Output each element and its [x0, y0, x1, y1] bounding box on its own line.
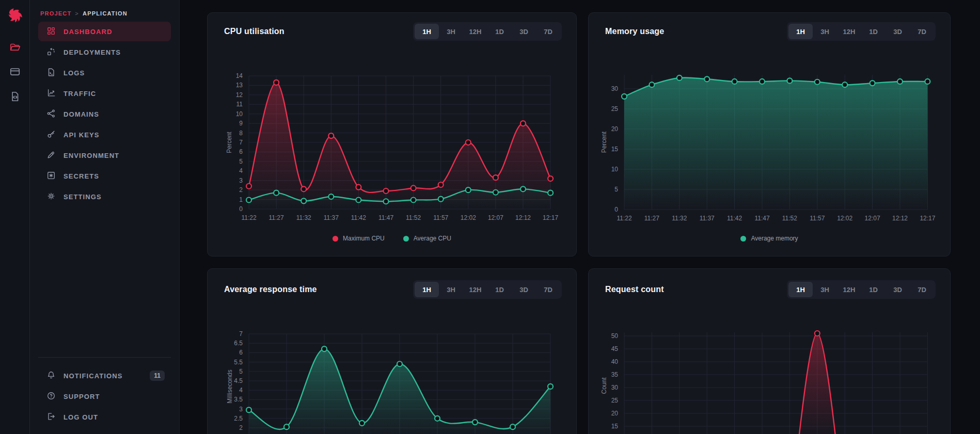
time-range-7d[interactable]: 7D: [910, 282, 934, 297]
time-range-3d[interactable]: 3D: [886, 282, 910, 297]
time-range-12h[interactable]: 12H: [837, 282, 861, 297]
svg-text:5: 5: [239, 158, 243, 165]
time-range-1h[interactable]: 1H: [415, 282, 439, 297]
time-range-1d[interactable]: 1D: [487, 24, 512, 39]
time-range-1h[interactable]: 1H: [415, 24, 439, 39]
time-range-7d[interactable]: 7D: [910, 24, 934, 39]
sidebar-item-secrets[interactable]: SECRETS: [38, 166, 171, 186]
time-range-12h[interactable]: 12H: [463, 24, 487, 39]
deployments-icon: [46, 47, 56, 58]
time-range-3h[interactable]: 3H: [813, 282, 837, 297]
gear-icon: [46, 191, 56, 202]
svg-text:45: 45: [611, 345, 619, 352]
time-range-7d[interactable]: 7D: [536, 24, 560, 39]
breadcrumb-project[interactable]: PROJECT: [40, 10, 71, 17]
chart-legend: Average memory: [589, 235, 950, 242]
time-range-3h[interactable]: 3H: [813, 24, 837, 39]
sidebar-item-domains[interactable]: DOMAINS: [38, 104, 171, 124]
svg-text:6: 6: [239, 148, 243, 155]
icon-rail: [0, 0, 30, 434]
svg-text:11:52: 11:52: [406, 214, 421, 221]
breadcrumb-application[interactable]: APPLICATION: [83, 10, 128, 17]
file-code-icon[interactable]: [9, 91, 21, 102]
sidebar-item-label: DOMAINS: [64, 110, 99, 118]
legend-dot-average-cpu: [403, 236, 409, 242]
svg-text:1: 1: [239, 196, 243, 203]
sidebar-item-dashboard[interactable]: DASHBOARD: [38, 22, 171, 41]
svg-text:Count: Count: [600, 377, 608, 394]
svg-text:10: 10: [236, 110, 243, 118]
average-response-time-card: Average response time 1H 3H 12H 1D 3D 7D…: [207, 268, 577, 434]
time-range-1d[interactable]: 1D: [487, 282, 512, 297]
svg-text:3: 3: [239, 406, 243, 413]
question-circle-icon: [46, 391, 56, 402]
legend-dot-maximum-cpu: [333, 236, 338, 242]
sidebar-item-traffic[interactable]: TRAFFIC: [38, 84, 171, 103]
legend-label: Average CPU: [414, 235, 451, 242]
key-icon: [46, 130, 56, 140]
request-count-card: Request count 1H 3H 12H 1D 3D 7D 1520253…: [588, 268, 951, 434]
chart-legend: Maximum CPU Average CPU: [208, 235, 576, 242]
sidebar-item-settings[interactable]: SETTINGS: [38, 187, 171, 206]
time-range-1h[interactable]: 1H: [788, 282, 813, 297]
sidebar-item-label: SETTINGS: [64, 193, 102, 201]
time-range-1d[interactable]: 1D: [861, 24, 886, 39]
folder-open-icon[interactable]: [9, 41, 21, 53]
svg-text:20: 20: [611, 125, 619, 133]
legend-entry: Average memory: [740, 235, 798, 242]
svg-text:7: 7: [239, 330, 243, 337]
svg-text:15: 15: [611, 423, 619, 430]
time-range-3h[interactable]: 3H: [439, 282, 463, 297]
sidebar-item-logout[interactable]: LOG OUT: [38, 407, 171, 427]
time-range-1d[interactable]: 1D: [861, 282, 886, 297]
time-range-12h[interactable]: 12H: [837, 24, 861, 39]
svg-text:2: 2: [239, 424, 243, 431]
sidebar-item-deployments[interactable]: DEPLOYMENTS: [38, 42, 171, 62]
svg-text:4: 4: [239, 167, 243, 174]
card-title: CPU utilisation: [224, 27, 284, 36]
main-content: CPU utilisation 1H 3H 12H 1D 3D 7D 01234…: [180, 0, 980, 434]
svg-text:11:32: 11:32: [672, 215, 687, 222]
svg-text:11:32: 11:32: [296, 214, 311, 221]
svg-text:5: 5: [239, 368, 243, 375]
time-range-12h[interactable]: 12H: [463, 282, 487, 297]
breadcrumb[interactable]: PROJECT > APPLICATION: [30, 0, 179, 17]
time-range-7d[interactable]: 7D: [536, 282, 560, 297]
svg-text:11: 11: [236, 101, 243, 108]
svg-text:12:12: 12:12: [515, 214, 531, 221]
time-range-1h[interactable]: 1H: [788, 24, 813, 39]
svg-text:5.5: 5.5: [234, 359, 243, 366]
sidebar-item-logs[interactable]: LOGS: [38, 63, 171, 83]
sidebar-item-environment[interactable]: ENVIRONMENT: [38, 146, 171, 165]
time-range-3d[interactable]: 3D: [512, 282, 536, 297]
svg-text:2: 2: [239, 186, 243, 194]
svg-text:11:47: 11:47: [754, 215, 769, 222]
request-count-chart: 1520253035404550Count: [589, 315, 951, 434]
sidebar-item-support[interactable]: SUPPORT: [38, 387, 171, 406]
time-range-3d[interactable]: 3D: [886, 24, 910, 39]
sidebar-item-label: TRAFFIC: [64, 90, 96, 98]
breadcrumb-separator: >: [75, 10, 79, 17]
sidebar-item-api-keys[interactable]: API KEYS: [38, 125, 171, 144]
traffic-chart-icon: [46, 88, 56, 99]
svg-text:12:17: 12:17: [920, 215, 935, 222]
card-header: Memory usage 1H 3H 12H 1D 3D 7D: [589, 13, 950, 50]
time-range-group: 1H 3H 12H 1D 3D 7D: [413, 22, 562, 41]
time-range-3h[interactable]: 3H: [439, 24, 463, 39]
svg-text:50: 50: [611, 332, 619, 340]
svg-text:40: 40: [611, 358, 619, 365]
sidebar: PROJECT > APPLICATION DASHBOARD DEPLOYME…: [30, 0, 180, 434]
pencil-icon: [46, 150, 56, 161]
sidebar-item-label: NOTIFICATIONS: [64, 372, 122, 380]
sidebar-item-label: LOG OUT: [64, 413, 98, 421]
card-title: Memory usage: [605, 27, 664, 36]
svg-text:3.5: 3.5: [234, 396, 243, 403]
time-range-group: 1H 3H 12H 1D 3D 7D: [787, 280, 936, 299]
svg-text:25: 25: [611, 397, 619, 404]
sidebar-item-notifications[interactable]: NOTIFICATIONS 11: [38, 366, 171, 385]
svg-text:8: 8: [239, 130, 243, 137]
svg-text:12:12: 12:12: [892, 215, 908, 222]
legend-entry: Maximum CPU: [333, 235, 385, 242]
time-range-3d[interactable]: 3D: [512, 24, 536, 39]
credit-card-icon[interactable]: [9, 66, 21, 77]
